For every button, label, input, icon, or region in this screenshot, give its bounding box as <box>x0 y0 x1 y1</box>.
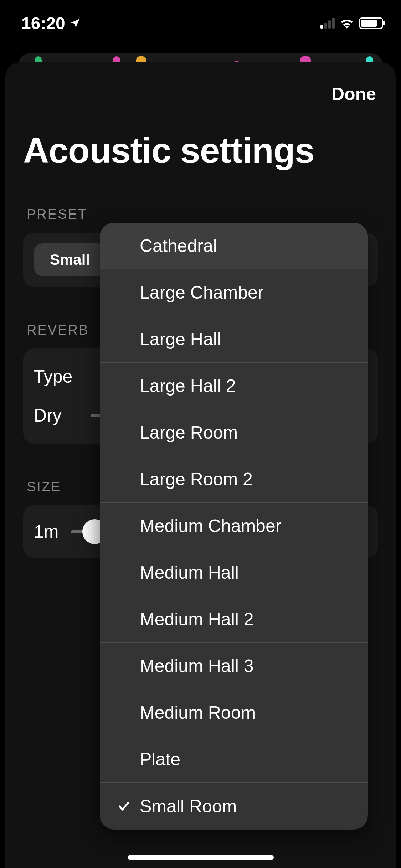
dropdown-option-label: Large Hall 2 <box>140 376 236 396</box>
preset-selected-pill[interactable]: Small <box>34 243 106 276</box>
reverb-type-dropdown: CathedralLarge ChamberLarge HallLarge Ha… <box>100 223 368 830</box>
dropdown-option[interactable]: Large Room <box>100 409 368 456</box>
dropdown-option[interactable]: Large Hall <box>100 316 368 363</box>
battery-icon <box>359 17 383 29</box>
dropdown-option[interactable]: Medium Hall 3 <box>100 643 368 689</box>
dropdown-option-label: Small Room <box>140 796 237 817</box>
dropdown-option[interactable]: Small Room <box>100 783 368 830</box>
dropdown-option-label: Cathedral <box>140 236 217 256</box>
dropdown-option[interactable]: Medium Room <box>100 689 368 736</box>
dropdown-option-label: Large Room <box>140 422 238 443</box>
dropdown-option-label: Medium Room <box>140 702 256 723</box>
wifi-icon <box>340 18 354 29</box>
done-button[interactable]: Done <box>331 84 376 104</box>
dropdown-option[interactable]: Large Hall 2 <box>100 363 368 409</box>
dropdown-option-label: Large Room 2 <box>140 469 253 490</box>
dropdown-option-label: Large Chamber <box>140 282 263 303</box>
size-min-label: 1m <box>34 521 58 542</box>
dropdown-option-label: Plate <box>140 749 180 770</box>
status-time: 16:20 <box>21 14 65 33</box>
status-bar: 16:20 <box>0 0 401 46</box>
dropdown-option-label: Medium Hall <box>140 562 239 583</box>
status-icons <box>320 17 383 29</box>
dropdown-option-label: Medium Hall 3 <box>140 656 254 676</box>
cellular-signal-icon <box>320 18 335 29</box>
dropdown-option-label: Medium Hall 2 <box>140 609 254 630</box>
dropdown-option[interactable]: Large Room 2 <box>100 456 368 503</box>
dropdown-option-label: Medium Chamber <box>140 516 281 536</box>
location-icon <box>70 17 81 29</box>
status-time-group: 16:20 <box>21 14 81 33</box>
dropdown-option[interactable]: Large Chamber <box>100 269 368 316</box>
dropdown-option[interactable]: Medium Hall 2 <box>100 596 368 643</box>
home-indicator[interactable] <box>128 855 274 860</box>
dropdown-option[interactable]: Medium Hall <box>100 549 368 596</box>
reverb-type-label: Type <box>34 366 80 387</box>
preset-header: PRESET <box>23 207 378 222</box>
dropdown-option[interactable]: Plate <box>100 736 368 783</box>
dropdown-option[interactable]: Cathedral <box>100 223 368 269</box>
reverb-dry-label: Dry <box>34 405 80 426</box>
dropdown-option[interactable]: Medium Chamber <box>100 503 368 549</box>
dropdown-option-label: Large Hall <box>140 329 221 350</box>
check-icon <box>118 800 130 813</box>
